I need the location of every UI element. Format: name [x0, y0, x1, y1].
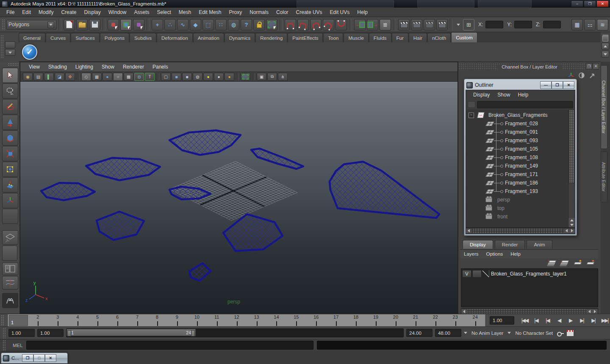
shelf-tab-deformation[interactable]: Deformation	[157, 33, 193, 42]
frame-cell[interactable]: 21	[405, 314, 425, 326]
layout-single-pane-button[interactable]	[2, 230, 18, 245]
wireframe-display-icon[interactable]: ◇	[81, 73, 91, 81]
frame-cell[interactable]: 15	[286, 314, 306, 326]
menu-edit[interactable]: Edit	[18, 8, 35, 17]
play-forwards-button[interactable]: ▶	[565, 315, 576, 325]
lights-display-icon[interactable]: ▩	[124, 73, 133, 81]
node-label[interactable]: Fragment_149	[501, 163, 538, 169]
animation-preferences-icon[interactable]	[566, 330, 574, 336]
shelf-scroll-down-button[interactable]	[602, 51, 609, 58]
status-line-grip[interactable]	[2, 19, 5, 30]
layout-four-pane-button[interactable]	[2, 245, 17, 261]
current-time-field[interactable]: 1.00	[490, 316, 514, 325]
frame-cell[interactable]: 6	[108, 314, 128, 326]
step-forward-key-button[interactable]: ▶|	[588, 315, 599, 325]
close-button[interactable]: ✕	[45, 354, 56, 362]
maximize-button[interactable]: ❐	[552, 81, 563, 89]
frame-cell[interactable]: 9	[167, 314, 187, 326]
separator[interactable]	[103, 19, 105, 30]
outliner-item[interactable]: Fragment_186	[466, 179, 568, 187]
manip-axis-icon[interactable]	[568, 72, 574, 79]
frame-cell[interactable]: 23	[445, 314, 465, 326]
overlap-display-icon[interactable]: ⧉	[267, 73, 277, 81]
panel-menu-renderer[interactable]: Renderer	[119, 63, 148, 71]
paint-selection-tool-button[interactable]	[2, 99, 18, 114]
frame-cell[interactable]: 14	[266, 314, 286, 326]
film-gate-icon[interactable]: ▦	[92, 73, 102, 81]
shelf-grip[interactable]	[0, 35, 4, 58]
play-backwards-button[interactable]: ◀	[554, 315, 564, 325]
snap-to-plane-icon[interactable]	[323, 19, 334, 30]
frame-cell[interactable]: 18	[346, 314, 366, 326]
shelf-tab-rendering[interactable]: Rendering	[255, 33, 287, 42]
manip-arrow-icon[interactable]	[589, 72, 596, 79]
render-current-frame-icon[interactable]	[411, 19, 422, 30]
shelf-tab-toon[interactable]: Toon	[323, 33, 343, 42]
shelf-tab-dynamics[interactable]: Dynamics	[225, 33, 255, 42]
show-manipulator-tool-button[interactable]	[2, 193, 18, 208]
shelf-tab-subdivs[interactable]: Subdivs	[130, 33, 156, 42]
tab-anim[interactable]: Anim	[527, 240, 552, 249]
soft-modification-tool-button[interactable]	[2, 177, 18, 193]
toggle-channel-box-icon[interactable]: ▦	[571, 19, 583, 30]
range-start-handle[interactable]	[67, 330, 71, 336]
panel-menu-panels[interactable]: Panels	[148, 63, 172, 71]
select-component-icon[interactable]	[133, 19, 144, 30]
mel-label[interactable]: MEL	[9, 343, 23, 348]
2d-pan-zoom-icon[interactable]: ✥	[65, 73, 75, 81]
scroll-right-icon[interactable]	[569, 229, 575, 233]
menu-select[interactable]: Select	[153, 8, 175, 17]
shelf-tab-fluids[interactable]: Fluids	[369, 33, 391, 42]
x-coord-input[interactable]	[485, 21, 503, 28]
shelf-item-menu-button[interactable]	[5, 49, 15, 56]
close-panel-icon[interactable]: ✕	[593, 63, 599, 69]
frame-cell[interactable]: 2	[28, 314, 48, 326]
absolute-transform-icon[interactable]: ⊞	[463, 19, 474, 30]
frame-cell[interactable]: 7	[128, 314, 147, 326]
select-object-icon[interactable]	[120, 19, 132, 30]
character-set-selector[interactable]: No Character Set	[513, 329, 555, 337]
panel-menu-show[interactable]: Show	[97, 63, 119, 71]
menu-color[interactable]: Color	[272, 8, 292, 17]
checker-sphere-icon[interactable]: ◍	[193, 73, 202, 81]
scroll-left-icon[interactable]	[461, 309, 467, 314]
fragment-mesh[interactable]	[97, 212, 144, 240]
frame-cell[interactable]: 16	[306, 314, 326, 326]
outliner-item[interactable]: Fragment_091	[466, 128, 568, 136]
separator[interactable]	[147, 19, 150, 30]
use-all-lights-icon[interactable]: ■	[172, 73, 181, 81]
menu-assets[interactable]: Assets	[130, 8, 153, 17]
node-label[interactable]: top	[492, 205, 505, 211]
tab-attribute-editor[interactable]: Attribute Editor	[601, 152, 607, 202]
layer-name[interactable]: Broken_Glass_Fragments_layer1	[490, 271, 567, 277]
shadows-display-icon[interactable]: ◘	[134, 73, 144, 81]
construction-history-icon[interactable]: ≣	[380, 19, 391, 30]
toggle-tool-settings-icon[interactable]: ⚏	[584, 19, 596, 30]
close-button[interactable]: ✕	[596, 0, 609, 7]
panel-menu-shading[interactable]: Shading	[44, 63, 71, 71]
isolate-select-icon[interactable]	[241, 73, 250, 81]
outliner-root-item[interactable]: − Broken_Glass_Fragments	[466, 111, 568, 119]
maximize-button[interactable]: □	[33, 354, 45, 362]
layout-persp-outliner-button[interactable]	[2, 262, 18, 275]
outliner-item[interactable]: Fragment_193	[466, 187, 568, 196]
yellow-light-icon[interactable]: ●	[203, 73, 213, 81]
scroll-left-icon[interactable]	[466, 229, 471, 233]
mask-curves-icon[interactable]: ∿	[177, 19, 189, 30]
panel-header[interactable]: Channel Box / Layer Editor	[458, 63, 601, 70]
select-tool-button[interactable]	[2, 68, 18, 83]
menu-normals[interactable]: Normals	[246, 8, 272, 17]
frame-cell[interactable]: 4	[68, 314, 88, 326]
time-slider-grip[interactable]	[1, 315, 4, 326]
collapse-icon[interactable]: −	[469, 113, 474, 118]
help-menu[interactable]: Help	[514, 91, 532, 99]
node-label[interactable]: Fragment_108	[501, 154, 538, 160]
trash-icon[interactable]	[602, 35, 608, 41]
restore-button[interactable]: ❐	[22, 354, 33, 362]
highlight-selection-icon[interactable]	[266, 19, 277, 30]
show-menu[interactable]: Show	[494, 91, 514, 99]
node-label[interactable]: front	[492, 214, 507, 220]
frame-cell[interactable]: 20	[386, 314, 406, 326]
node-label[interactable]: Fragment_186	[501, 180, 538, 186]
mel-result-field[interactable]	[317, 341, 607, 350]
